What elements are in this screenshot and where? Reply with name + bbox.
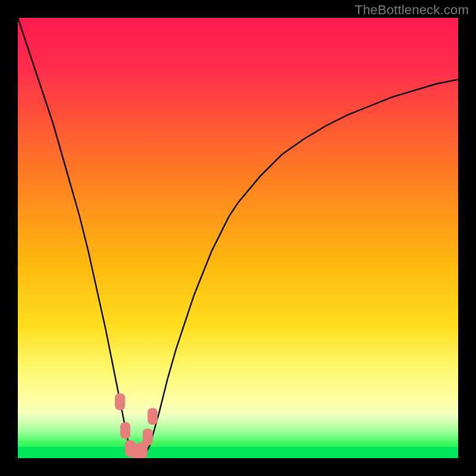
marker-dot (143, 428, 153, 445)
plot-background (18, 18, 458, 458)
bottleneck-chart (0, 0, 476, 476)
green-band (18, 447, 458, 458)
marker-dot (120, 422, 130, 439)
marker-dot (148, 408, 158, 425)
watermark-text: TheBottleneck.com (355, 2, 469, 18)
marker-dot (115, 393, 125, 410)
chart-container: { "watermark": { "text": "TheBottleneck.… (0, 0, 476, 476)
